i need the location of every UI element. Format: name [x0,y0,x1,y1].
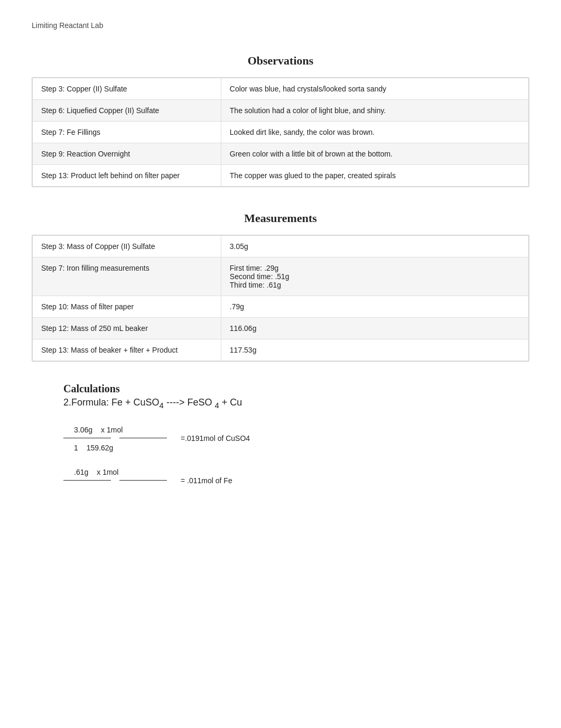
calculations-title: Calculations [63,383,529,395]
formula-label: 2.Formula: Fe + CuSO [63,397,160,408]
calc1-divider-mid [119,438,167,438]
measurements-row: Step 12: Mass of 250 mL beaker116.06g [33,318,529,339]
calc2-num-mid: x 1mol [97,468,118,476]
meas-value: 116.06g [221,318,528,339]
observations-table-wrapper: Step 3: Copper (II) SulfateColor was blu… [32,77,529,187]
calc1-denominator: 1 159.62g [74,444,529,452]
obs-observation: The solution had a color of light blue, … [221,100,528,122]
calc1-denom-mid: 159.62g [87,444,114,452]
obs-step: Step 13: Product left behind on filter p… [33,165,221,187]
calc-formula: 2.Formula: Fe + CuSO4 ----> FeSO 4 + Cu [63,397,529,410]
calc1-numerator: 3.06g x 1mol [74,426,529,434]
observations-header: Observations [32,45,529,77]
obs-step: Step 7: Fe Fillings [33,122,221,143]
calc2-result: = .011mol of Fe [181,476,232,485]
meas-step: Step 12: Mass of 250 mL beaker [33,318,221,339]
obs-observation: Color was blue, had crystals/looked sort… [221,78,528,100]
calc1-result: =.0191mol of CuSO4 [181,434,250,443]
calc1-num-left: 3.06g [74,426,92,434]
measurements-row: Step 13: Mass of beaker + filter + Produ… [33,339,529,361]
calc1-divider-left [63,438,111,438]
meas-value: 3.05g [221,236,528,257]
page-title: Limiting Reactant Lab [32,21,529,30]
obs-observation: Looked dirt like, sandy, the color was b… [221,122,528,143]
measurements-row: Step 10: Mass of filter paper.79g [33,296,529,318]
measurements-table: Step 3: Mass of Copper (II) Sulfate3.05g… [32,235,529,361]
meas-step: Step 10: Mass of filter paper [33,296,221,318]
calc-block-1: 3.06g x 1mol =.0191mol of CuSO4 1 159.62… [63,426,529,452]
calc2-num-left: .61g [74,468,88,476]
formula-sub2: 4 [214,401,219,410]
measurements-row: Step 7: Iron filling measurementsFirst t… [33,257,529,296]
observations-row: Step 6: Liquefied Copper (II) SulfateThe… [33,100,529,122]
meas-value: 117.53g [221,339,528,361]
observations-table: Step 3: Copper (II) SulfateColor was blu… [32,78,529,187]
obs-observation: The copper was glued to the paper, creat… [221,165,528,187]
obs-step: Step 3: Copper (II) Sulfate [33,78,221,100]
obs-step: Step 6: Liquefied Copper (II) Sulfate [33,100,221,122]
meas-value: First time: .29gSecond time: .51gThird t… [221,257,528,296]
formula-sub1: 4 [160,401,164,410]
observations-row: Step 13: Product left behind on filter p… [33,165,529,187]
calc-block-2: .61g x 1mol = .011mol of Fe [63,468,529,485]
measurements-table-wrapper: Step 3: Mass of Copper (II) Sulfate3.05g… [32,235,529,362]
calc2-divider-left [63,480,111,481]
calculations-section: Calculations 2.Formula: Fe + CuSO4 ---->… [32,383,529,485]
measurements-title: Measurements [32,211,529,225]
measurements-header: Measurements [32,203,529,235]
formula-arrow: ----> FeSO [166,397,212,408]
calc2-dividers: = .011mol of Fe [63,476,529,485]
meas-step: Step 13: Mass of beaker + filter + Produ… [33,339,221,361]
observations-title: Observations [32,54,529,68]
calc1-dividers: =.0191mol of CuSO4 [63,434,529,443]
formula-end: + Cu [222,397,242,408]
calc2-divider-mid [119,480,167,481]
meas-value: .79g [221,296,528,318]
meas-step: Step 7: Iron filling measurements [33,257,221,296]
observations-row: Step 3: Copper (II) SulfateColor was blu… [33,78,529,100]
obs-step: Step 9: Reaction Overnight [33,143,221,165]
calc1-denom-left: 1 [74,444,78,452]
observations-row: Step 9: Reaction OvernightGreen color wi… [33,143,529,165]
measurements-row: Step 3: Mass of Copper (II) Sulfate3.05g [33,236,529,257]
calc2-numerator: .61g x 1mol [74,468,529,476]
calc1-num-mid: x 1mol [101,426,123,434]
observations-row: Step 7: Fe FillingsLooked dirt like, san… [33,122,529,143]
obs-observation: Green color with a little bit of brown a… [221,143,528,165]
meas-step: Step 3: Mass of Copper (II) Sulfate [33,236,221,257]
